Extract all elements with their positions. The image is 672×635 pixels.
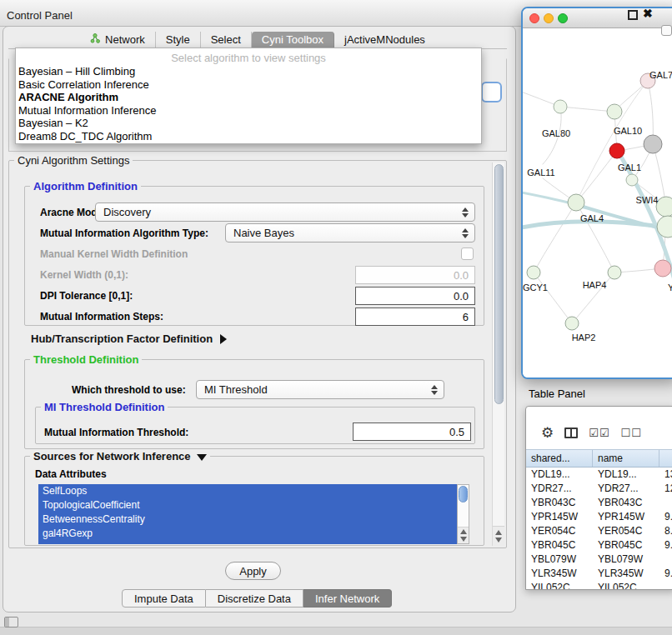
table-row[interactable]: YPR145WYPR145W9.	[526, 510, 672, 524]
network-node[interactable]	[626, 174, 638, 186]
settings-scrollbar[interactable]	[492, 162, 504, 546]
scrollbar-arrows[interactable]	[493, 526, 504, 546]
mi-steps-input[interactable]: 6	[355, 308, 475, 326]
scrollbar-thumb[interactable]	[459, 486, 468, 502]
column-header[interactable]	[659, 450, 672, 467]
tab-impute-data[interactable]: Impute Data	[122, 589, 206, 608]
network-node[interactable]	[609, 143, 624, 158]
network-view-window: GAL7GAL80GAL10GAL11GAL1SWI4GAL4GCY1HAP4Y…	[521, 7, 672, 379]
node-label: SWI4	[636, 195, 659, 205]
kernel-width-input[interactable]: 0.0	[355, 266, 475, 284]
panel-dock-icon[interactable]	[4, 617, 18, 628]
network-node[interactable]	[644, 135, 662, 153]
attribute-item[interactable]: SelfLoops	[38, 484, 457, 498]
attribute-list-scrollbar[interactable]	[457, 484, 469, 544]
apply-button[interactable]: Apply	[225, 562, 281, 580]
table-cell: YBR043C	[593, 496, 659, 510]
network-canvas[interactable]: GAL7GAL80GAL10GAL11GAL1SWI4GAL4GCY1HAP4Y…	[523, 28, 672, 378]
mi-threshold-value: 0.5	[449, 426, 464, 438]
float-window-icon[interactable]	[628, 10, 638, 20]
table-row[interactable]: YDR27...YDR27...12	[526, 482, 672, 496]
table-row[interactable]: YBR045CYBR045C9.	[526, 538, 672, 552]
attribute-item[interactable]: BetweennessCentrality	[38, 512, 457, 527]
tab-infer-network[interactable]: Infer Network	[303, 589, 392, 608]
column-header[interactable]: name	[593, 450, 659, 467]
attribute-item[interactable]: gal4RGexp	[38, 527, 457, 541]
scrollbar-thumb[interactable]	[494, 164, 504, 404]
table-row[interactable]: YDL19...YDL19...13	[526, 468, 672, 482]
sources-group-title[interactable]: Sources for Network Inference	[30, 450, 210, 462]
zoom-traffic-light-icon[interactable]	[558, 13, 568, 23]
network-node[interactable]	[527, 266, 540, 279]
network-edge[interactable]	[560, 107, 614, 112]
network-edge[interactable]	[534, 272, 572, 323]
mi-type-select[interactable]: Naive Bayes	[225, 223, 475, 242]
table-row[interactable]: YBR043CYBR043C	[526, 496, 672, 510]
dpi-tolerance-input[interactable]: 0.0	[355, 287, 475, 305]
column-header[interactable]: shared...	[526, 450, 593, 467]
close-traffic-light-icon[interactable]	[529, 13, 539, 23]
column-chooser-icon[interactable]	[564, 428, 578, 438]
algorithm-option[interactable]: Bayesian – Hill Climbing	[16, 65, 481, 78]
algorithm-option[interactable]: Basic Correlation Inference	[16, 78, 481, 92]
tab-discretize-data[interactable]: Discretize Data	[206, 589, 303, 608]
algorithm-dropdown: Select algorithm to view settings Bayesi…	[15, 48, 482, 144]
algorithm-definition-group: Algorithm Definition Aracne Mode: Discov…	[24, 186, 484, 326]
cyni-bottom-tabs: Impute DataDiscretize DataInfer Network	[122, 589, 392, 608]
network-edge[interactable]	[576, 151, 617, 202]
table-row[interactable]: YBL079WYBL079W	[526, 552, 672, 567]
table-row[interactable]: YER054CYER054C8.	[526, 524, 672, 538]
table-cell: YPR145W	[526, 510, 593, 524]
tab-network[interactable]: Network	[80, 32, 156, 48]
data-attributes-list[interactable]: SelfLoopsTopologicalCoefficientBetweenne…	[38, 484, 457, 544]
hide-columns-icon[interactable]: ☐☐	[621, 427, 642, 439]
sources-title-text: Sources for Network Inference	[33, 450, 191, 462]
tab-label: Cyni Toolbox	[262, 33, 323, 46]
table-toolbar: ⚙☑☑☐☐	[526, 407, 672, 449]
network-node[interactable]	[568, 194, 584, 211]
tab-select[interactable]: Select	[201, 32, 252, 48]
mi-type-value: Naive Bayes	[233, 227, 294, 239]
table-cell: YBR043C	[526, 496, 593, 510]
table-row[interactable]: YIL052CYIL052C	[526, 581, 672, 590]
node-label: GAL7	[649, 70, 672, 80]
manual-kernel-checkbox[interactable]	[461, 248, 474, 260]
close-icon[interactable]: ✖	[643, 7, 653, 20]
network-node[interactable]	[654, 260, 671, 277]
attribute-item-partial[interactable]	[38, 541, 457, 544]
mi-threshold-input[interactable]: 0.5	[353, 422, 471, 441]
hub-definition-toggle[interactable]: Hub/Transcription Factor Definition	[31, 332, 227, 345]
table-row[interactable]: YLR345WYLR345W9.	[526, 567, 672, 581]
network-node[interactable]	[554, 100, 567, 113]
minimize-traffic-light-icon[interactable]	[544, 13, 554, 23]
which-threshold-select[interactable]: MI Threshold	[196, 380, 444, 399]
algorithm-option[interactable]: ARACNE Algorithm	[16, 91, 481, 104]
algorithm-combo-fragment[interactable]	[481, 82, 502, 102]
tab-label: Style	[166, 33, 190, 46]
network-node[interactable]	[565, 317, 579, 330]
table-cell: YER054C	[526, 524, 593, 538]
tab-jactivemnodules[interactable]: jActiveMNodules	[334, 32, 435, 48]
network-node[interactable]	[608, 266, 621, 279]
network-node[interactable]	[656, 197, 672, 217]
settings-group-title: Cyni Algorithm Settings	[14, 154, 133, 167]
table-panel-title: Table Panel	[529, 388, 585, 400]
algorithm-option[interactable]: Bayesian – K2	[16, 117, 481, 130]
which-threshold-value: MI Threshold	[204, 383, 268, 396]
toolbar-toggle-icon[interactable]	[661, 25, 672, 36]
network-node[interactable]	[607, 104, 622, 119]
aracne-mode-select[interactable]: Discovery	[95, 202, 475, 222]
settings-gear-icon[interactable]: ⚙	[541, 426, 554, 440]
algorithm-option[interactable]: Dream8 DC_TDC Algorithm	[16, 130, 481, 143]
tab-style[interactable]: Style	[156, 32, 201, 48]
show-columns-icon[interactable]: ☑☑	[589, 427, 609, 439]
attribute-item[interactable]: TopologicalCoefficient	[38, 498, 457, 512]
node-label: GAL80	[542, 128, 570, 138]
tab-cyni-toolbox[interactable]: Cyni Toolbox	[252, 32, 334, 48]
kernel-width-label: Kernel Width (0,1):	[40, 269, 128, 281]
network-edge[interactable]	[534, 202, 576, 272]
network-icon	[90, 33, 101, 46]
which-threshold-label: Which threshold to use:	[72, 384, 186, 396]
algorithm-option[interactable]: Mutual Information Inference	[16, 104, 481, 118]
scrollbar-arrows[interactable]	[458, 527, 469, 543]
